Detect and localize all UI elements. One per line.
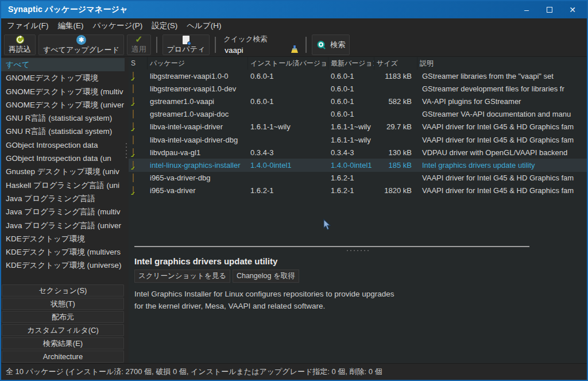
table-row[interactable]: intel-linux-graphics-installer1.4.0-0int… (129, 159, 587, 171)
column-header-s[interactable]: S (129, 57, 148, 70)
search-button[interactable]: 検索 (312, 34, 350, 55)
column-header-installed-version[interactable]: インストール済バージョン (248, 57, 328, 70)
status-cell (129, 136, 148, 144)
category-item[interactable]: KDEデスクトップ環境 (multivers (1, 245, 125, 259)
category-item[interactable]: Java プログラミング言語 (multiv (1, 205, 125, 218)
size-cell: 29.7 kB (374, 122, 417, 131)
table-row[interactable]: i965-va-driver1.6.2-11.6.2-11820 kBVAAPI… (129, 184, 587, 197)
status-cell (129, 186, 148, 195)
title-bar[interactable]: Synaptic パッケージマネージャ – ✕ (1, 1, 587, 18)
size-cell: 582 kB (374, 97, 417, 106)
status-text: 全 10 パッケージ (インストール済: 2700 個, 破損 0 個, インス… (6, 367, 382, 377)
category-item[interactable]: Haskell プログラミング言語 (uni (1, 179, 125, 192)
description-cell: VDPAU driver with OpenGL/VAAPI backend (417, 148, 587, 157)
horizontal-splitter[interactable] (129, 245, 587, 254)
filter-button-architecture[interactable]: Architecture (2, 351, 124, 363)
properties-label: プロパティ (167, 44, 206, 55)
quick-search-value: vaapi (225, 46, 243, 55)
category-item[interactable]: GObject Introspection data (un (1, 152, 125, 165)
category-item[interactable]: GNU R言語 (statistical system) (1, 111, 125, 125)
latest-version-cell: 0.6.0-1 (328, 84, 374, 93)
menu-item-package[interactable]: パッケージ(P) (88, 19, 148, 33)
menu-item-help[interactable]: ヘルプ(H) (182, 19, 226, 33)
reload-icon (16, 35, 25, 44)
table-row[interactable]: libgstreamer-vaapi1.0-00.6.0-10.6.0-1118… (129, 70, 587, 82)
filter-button-search-results[interactable]: 検索結果(E) (2, 337, 124, 349)
filter-button-status[interactable]: 状態(T) (2, 298, 124, 310)
category-item[interactable]: Java プログラミング言語 (univer (1, 219, 125, 232)
package-installed-icon (133, 186, 134, 195)
package-name-cell: intel-linux-graphics-installer (148, 161, 248, 170)
table-row[interactable]: i965-va-driver-dbg1.6.2-1VAAPI driver fo… (129, 172, 587, 184)
size-cell: 130 kB (374, 148, 417, 157)
category-item[interactable]: GNU R言語 (statistical system) (1, 125, 125, 138)
toolbar-separator (156, 37, 157, 53)
category-item[interactable]: KDEデスクトップ環境 (1, 232, 125, 245)
quick-search-label: クイック検索 (223, 34, 300, 44)
filter-button-custom-filters[interactable]: カスタムフィルタ(C) (2, 324, 124, 336)
column-header-latest-version[interactable]: 最新バージョン (328, 57, 374, 70)
installed-version-cell: 0.6.0-1 (248, 72, 328, 80)
package-name-cell: libgstreamer-vaapi1.0-dev (148, 84, 248, 93)
upgrade-all-label: すべてアップグレード (43, 45, 119, 55)
menu-item-file[interactable]: ファイル(F) (2, 19, 53, 33)
status-cell (129, 122, 148, 131)
vertical-splitter[interactable] (125, 57, 129, 363)
quick-search-input[interactable]: vaapi (223, 45, 300, 56)
details-description: Intel Graphics Installer for Linux confi… (134, 288, 581, 312)
package-name-cell: libgstreamer-vaapi1.0-0 (148, 72, 248, 80)
latest-version-cell: 1.6.1-1~wily (328, 122, 374, 131)
table-header: Sパッケージインストール済バージョン最新バージョンサイズ説明 (129, 57, 587, 70)
package-name-cell: libvdpau-va-gl1 (148, 148, 248, 157)
category-item[interactable]: Gnustep デスクトップ環境 (univ (1, 165, 125, 178)
package-icon (133, 84, 134, 93)
filter-button-origin[interactable]: 配布元 (2, 311, 124, 323)
column-header-size[interactable]: サイズ (374, 57, 417, 70)
package-name-cell: gstreamer1.0-vaapi-doc (148, 110, 248, 118)
category-item[interactable]: GObject Introspection data (1, 138, 125, 152)
table-row[interactable]: libva-intel-vaapi-driver-dbg1.6.1-1~wily… (129, 133, 587, 146)
table-row[interactable]: libva-intel-vaapi-driver1.6.1-1~wily1.6.… (129, 121, 587, 133)
filter-button-sections[interactable]: セクション(S) (2, 284, 124, 297)
sidebar: すべてGNOMEデスクトップ環境GNOMEデスクトップ環境 (multivGNO… (1, 57, 125, 363)
properties-button[interactable]: プロパティ (163, 34, 210, 55)
get-changelog-button[interactable]: Changelog を取得 (233, 270, 299, 283)
description-cell: Intel graphics drivers update utility (417, 161, 587, 170)
category-item[interactable]: KDEデスクトップ環境 (universe) (1, 259, 125, 272)
column-header-description[interactable]: 説明 (417, 57, 587, 70)
category-item[interactable]: GNOMEデスクトップ環境 (1, 71, 125, 84)
column-header-package[interactable]: パッケージ (148, 57, 248, 70)
table-row[interactable]: libvdpau-va-gl10.3.4-30.3.4-3130 kBVDPAU… (129, 146, 587, 159)
search-icon (316, 40, 326, 50)
mouse-cursor-icon (323, 219, 331, 230)
size-cell: 1820 kB (374, 186, 417, 195)
table-row[interactable]: gstreamer1.0-vaapi0.6.0-10.6.0-1582 kBVA… (129, 95, 587, 107)
upgrade-all-icon: ✱ (76, 35, 86, 45)
close-icon[interactable]: ✕ (568, 6, 577, 14)
maximize-icon[interactable] (546, 6, 554, 14)
category-list: すべてGNOMEデスクトップ環境GNOMEデスクトップ環境 (multivGNO… (1, 58, 125, 272)
upgrade-all-button[interactable]: ✱ すべてアップグレード (38, 34, 124, 55)
table-row[interactable]: gstreamer1.0-vaapi-doc0.6.0-1GStreamer V… (129, 108, 587, 121)
category-item[interactable]: GNOMEデスクトップ環境 (univer (1, 98, 125, 111)
status-cell (129, 84, 148, 93)
category-item[interactable]: すべて (1, 58, 125, 71)
reload-button[interactable]: 再読込 (4, 34, 36, 55)
synaptic-window: Synaptic パッケージマネージャ – ✕ ファイル(F)編集(E)パッケー… (0, 0, 588, 381)
table-row[interactable]: libgstreamer-vaapi1.0-dev0.6.0-1GStreame… (129, 82, 587, 95)
apply-icon: ✓ (135, 35, 142, 44)
details-buttons: スクリーンショットを見る Changelog を取得 (134, 270, 581, 283)
clear-search-broom-icon[interactable] (290, 45, 299, 56)
package-icon (133, 174, 134, 182)
category-item[interactable]: GNOMEデスクトップ環境 (multiv (1, 85, 125, 98)
apply-button[interactable]: ✓ 適用 (127, 34, 151, 55)
menu-item-settings[interactable]: 設定(S) (147, 19, 182, 33)
view-screenshot-button[interactable]: スクリーンショットを見る (134, 270, 230, 283)
divider-line (134, 246, 529, 247)
description-line: for the kernel driver, Mesa, VAAPI and r… (134, 300, 581, 312)
minimize-icon[interactable]: – (523, 6, 531, 14)
size-cell: 1183 kB (374, 72, 417, 80)
category-item[interactable]: Java プログラミング言語 (1, 192, 125, 205)
package-installed-icon (133, 122, 134, 131)
menu-item-edit[interactable]: 編集(E) (53, 19, 88, 33)
